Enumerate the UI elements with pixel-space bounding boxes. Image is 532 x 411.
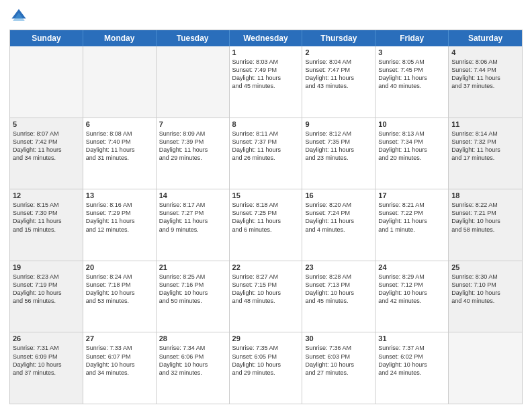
day-number-19: 19 xyxy=(13,263,80,271)
day-cell-20: 20Sunrise: 8:24 AM Sunset: 7:18 PM Dayli… xyxy=(83,261,157,332)
cell-daylight-info: Sunrise: 8:30 AM Sunset: 7:10 PM Dayligh… xyxy=(451,273,519,306)
day-number-21: 21 xyxy=(159,263,226,271)
day-number-24: 24 xyxy=(378,263,445,271)
day-cell-23: 23Sunrise: 8:28 AM Sunset: 7:13 PM Dayli… xyxy=(302,261,375,332)
cell-daylight-info: Sunrise: 7:37 AM Sunset: 6:02 PM Dayligh… xyxy=(378,344,445,377)
cell-daylight-info: Sunrise: 8:20 AM Sunset: 7:24 PM Dayligh… xyxy=(305,201,372,234)
cell-daylight-info: Sunrise: 8:05 AM Sunset: 7:45 PM Dayligh… xyxy=(378,58,445,91)
day-cell-19: 19Sunrise: 8:23 AM Sunset: 7:19 PM Dayli… xyxy=(10,261,83,332)
calendar-row-4: 26Sunrise: 7:31 AM Sunset: 6:09 PM Dayli… xyxy=(10,332,522,404)
cell-daylight-info: Sunrise: 8:09 AM Sunset: 7:39 PM Dayligh… xyxy=(159,130,226,163)
day-number-22: 22 xyxy=(232,263,300,271)
day-number-7: 7 xyxy=(159,120,226,128)
cell-daylight-info: Sunrise: 8:29 AM Sunset: 7:12 PM Dayligh… xyxy=(378,273,445,306)
day-cell-28: 28Sunrise: 7:34 AM Sunset: 6:06 PM Dayli… xyxy=(157,332,230,404)
header-day-saturday: Saturday xyxy=(449,30,522,46)
day-number-16: 16 xyxy=(305,191,372,199)
calendar-body: 1Sunrise: 8:03 AM Sunset: 7:49 PM Daylig… xyxy=(10,46,522,404)
cell-daylight-info: Sunrise: 7:35 AM Sunset: 6:05 PM Dayligh… xyxy=(232,344,300,377)
day-cell-27: 27Sunrise: 7:33 AM Sunset: 6:07 PM Dayli… xyxy=(83,332,157,404)
calendar-row-3: 19Sunrise: 8:23 AM Sunset: 7:19 PM Dayli… xyxy=(10,261,522,332)
cell-daylight-info: Sunrise: 7:33 AM Sunset: 6:07 PM Dayligh… xyxy=(86,344,153,377)
day-number-10: 10 xyxy=(378,120,445,128)
day-cell-11: 11Sunrise: 8:14 AM Sunset: 7:32 PM Dayli… xyxy=(449,118,522,189)
cell-daylight-info: Sunrise: 7:31 AM Sunset: 6:09 PM Dayligh… xyxy=(13,344,80,377)
calendar-row-2: 12Sunrise: 8:15 AM Sunset: 7:30 PM Dayli… xyxy=(10,189,522,261)
day-number-8: 8 xyxy=(232,120,300,128)
header xyxy=(9,7,523,26)
cell-daylight-info: Sunrise: 8:27 AM Sunset: 7:15 PM Dayligh… xyxy=(232,273,300,306)
day-cell-17: 17Sunrise: 8:21 AM Sunset: 7:22 PM Dayli… xyxy=(375,189,449,261)
cell-daylight-info: Sunrise: 8:08 AM Sunset: 7:40 PM Dayligh… xyxy=(86,130,153,163)
logo-icon xyxy=(9,7,28,26)
day-number-11: 11 xyxy=(451,120,519,128)
cell-daylight-info: Sunrise: 8:16 AM Sunset: 7:29 PM Dayligh… xyxy=(86,201,153,234)
day-number-12: 12 xyxy=(13,191,80,199)
cell-daylight-info: Sunrise: 8:18 AM Sunset: 7:25 PM Dayligh… xyxy=(232,201,300,234)
day-number-1: 1 xyxy=(232,48,300,56)
day-cell-31: 31Sunrise: 7:37 AM Sunset: 6:02 PM Dayli… xyxy=(375,332,449,404)
day-number-18: 18 xyxy=(451,191,519,199)
header-day-thursday: Thursday xyxy=(302,30,375,46)
day-cell-22: 22Sunrise: 8:27 AM Sunset: 7:15 PM Dayli… xyxy=(230,261,303,332)
cell-daylight-info: Sunrise: 8:23 AM Sunset: 7:19 PM Dayligh… xyxy=(13,273,80,306)
day-cell-30: 30Sunrise: 7:36 AM Sunset: 6:03 PM Dayli… xyxy=(302,332,375,404)
day-number-6: 6 xyxy=(86,120,153,128)
day-number-28: 28 xyxy=(159,334,226,342)
cell-daylight-info: Sunrise: 7:36 AM Sunset: 6:03 PM Dayligh… xyxy=(305,344,372,377)
day-cell-18: 18Sunrise: 8:22 AM Sunset: 7:21 PM Dayli… xyxy=(449,189,522,261)
day-cell-8: 8Sunrise: 8:11 AM Sunset: 7:37 PM Daylig… xyxy=(230,118,303,189)
page: SundayMondayTuesdayWednesdayThursdayFrid… xyxy=(0,0,532,411)
day-cell-15: 15Sunrise: 8:18 AM Sunset: 7:25 PM Dayli… xyxy=(230,189,303,261)
day-number-26: 26 xyxy=(13,334,80,342)
day-cell-3: 3Sunrise: 8:05 AM Sunset: 7:45 PM Daylig… xyxy=(375,46,449,118)
header-day-monday: Monday xyxy=(83,30,157,46)
day-cell-7: 7Sunrise: 8:09 AM Sunset: 7:39 PM Daylig… xyxy=(157,118,230,189)
day-cell-empty xyxy=(157,46,230,118)
calendar-header: SundayMondayTuesdayWednesdayThursdayFrid… xyxy=(10,30,522,46)
header-day-tuesday: Tuesday xyxy=(157,30,230,46)
calendar-row-0: 1Sunrise: 8:03 AM Sunset: 7:49 PM Daylig… xyxy=(10,46,522,118)
day-number-27: 27 xyxy=(86,334,153,342)
cell-daylight-info: Sunrise: 8:04 AM Sunset: 7:47 PM Dayligh… xyxy=(305,58,372,91)
day-cell-14: 14Sunrise: 8:17 AM Sunset: 7:27 PM Dayli… xyxy=(157,189,230,261)
day-cell-4: 4Sunrise: 8:06 AM Sunset: 7:44 PM Daylig… xyxy=(449,46,522,118)
day-cell-5: 5Sunrise: 8:07 AM Sunset: 7:42 PM Daylig… xyxy=(10,118,83,189)
day-cell-6: 6Sunrise: 8:08 AM Sunset: 7:40 PM Daylig… xyxy=(83,118,157,189)
day-cell-empty xyxy=(83,46,157,118)
header-day-sunday: Sunday xyxy=(10,30,83,46)
cell-daylight-info: Sunrise: 8:14 AM Sunset: 7:32 PM Dayligh… xyxy=(451,130,519,163)
cell-daylight-info: Sunrise: 8:25 AM Sunset: 7:16 PM Dayligh… xyxy=(159,273,226,306)
cell-daylight-info: Sunrise: 8:12 AM Sunset: 7:35 PM Dayligh… xyxy=(305,130,372,163)
cell-daylight-info: Sunrise: 8:06 AM Sunset: 7:44 PM Dayligh… xyxy=(451,58,519,91)
day-number-29: 29 xyxy=(232,334,300,342)
day-cell-29: 29Sunrise: 7:35 AM Sunset: 6:05 PM Dayli… xyxy=(230,332,303,404)
cell-daylight-info: Sunrise: 8:15 AM Sunset: 7:30 PM Dayligh… xyxy=(13,201,80,234)
day-cell-2: 2Sunrise: 8:04 AM Sunset: 7:47 PM Daylig… xyxy=(302,46,375,118)
day-cell-12: 12Sunrise: 8:15 AM Sunset: 7:30 PM Dayli… xyxy=(10,189,83,261)
day-number-13: 13 xyxy=(86,191,153,199)
header-day-friday: Friday xyxy=(375,30,449,46)
cell-daylight-info: Sunrise: 8:03 AM Sunset: 7:49 PM Dayligh… xyxy=(232,58,300,91)
logo xyxy=(9,7,31,26)
cell-daylight-info: Sunrise: 7:34 AM Sunset: 6:06 PM Dayligh… xyxy=(159,344,226,377)
day-cell-25: 25Sunrise: 8:30 AM Sunset: 7:10 PM Dayli… xyxy=(449,261,522,332)
cell-daylight-info: Sunrise: 8:22 AM Sunset: 7:21 PM Dayligh… xyxy=(451,201,519,234)
day-number-17: 17 xyxy=(378,191,445,199)
day-number-31: 31 xyxy=(378,334,445,342)
day-number-3: 3 xyxy=(378,48,445,56)
cell-daylight-info: Sunrise: 8:11 AM Sunset: 7:37 PM Dayligh… xyxy=(232,130,300,163)
calendar-row-1: 5Sunrise: 8:07 AM Sunset: 7:42 PM Daylig… xyxy=(10,118,522,189)
day-number-5: 5 xyxy=(13,120,80,128)
day-cell-26: 26Sunrise: 7:31 AM Sunset: 6:09 PM Dayli… xyxy=(10,332,83,404)
day-number-20: 20 xyxy=(86,263,153,271)
cell-daylight-info: Sunrise: 8:13 AM Sunset: 7:34 PM Dayligh… xyxy=(378,130,445,163)
day-cell-13: 13Sunrise: 8:16 AM Sunset: 7:29 PM Dayli… xyxy=(83,189,157,261)
day-number-23: 23 xyxy=(305,263,372,271)
cell-daylight-info: Sunrise: 8:24 AM Sunset: 7:18 PM Dayligh… xyxy=(86,273,153,306)
day-cell-10: 10Sunrise: 8:13 AM Sunset: 7:34 PM Dayli… xyxy=(375,118,449,189)
day-number-30: 30 xyxy=(305,334,372,342)
day-cell-1: 1Sunrise: 8:03 AM Sunset: 7:49 PM Daylig… xyxy=(230,46,303,118)
day-number-25: 25 xyxy=(451,263,519,271)
day-cell-empty xyxy=(449,332,522,404)
